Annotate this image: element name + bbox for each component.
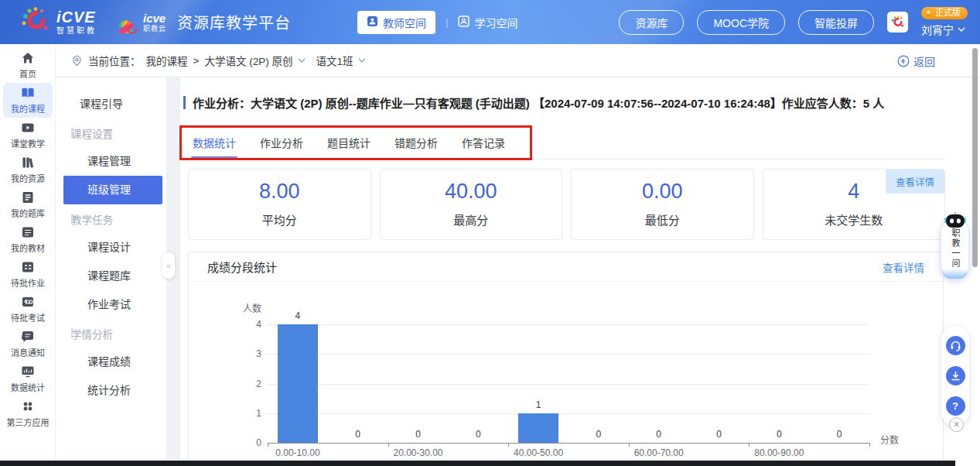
bar-40.00-50.00 <box>518 413 558 443</box>
breadcrumb-root[interactable]: 我的课程 <box>146 53 188 68</box>
bar-value-label: 1 <box>508 399 569 410</box>
customer-service-button[interactable] <box>946 336 965 355</box>
assignment-analysis-title: 作业分析：大学语文 (2P) 原创--题库作业—只有客观题 (手动出题) 【20… <box>193 94 884 111</box>
apps-grid-icon <box>21 399 35 413</box>
bar-value-label: 0 <box>328 429 388 440</box>
gridline <box>268 384 869 385</box>
sidebar-collapse-handle[interactable]: « <box>162 252 175 279</box>
x-axis-tick <box>749 443 750 447</box>
chart-view-details-link[interactable]: 查看详情 <box>883 259 924 275</box>
sidenav-class-management[interactable]: 班级管理 <box>63 176 162 204</box>
y-tick-label: 3 <box>240 348 261 359</box>
icon-rail: 首页 我的课程 课堂教学 我的资源 我的题库 我的教材 待批作业 待批考试 <box>0 44 56 466</box>
page: iCVE 智慧职教 icve 职教云 <box>0 0 980 466</box>
rail-item-classroom-teaching[interactable]: 课堂教学 <box>3 118 53 152</box>
bar-value-label: 0 <box>569 429 629 440</box>
rail-item-my-textbooks[interactable]: 我的教材 <box>3 222 53 257</box>
assistant-wave-decoration <box>942 270 968 279</box>
sidenav-course-management[interactable]: 课程管理 <box>56 147 166 176</box>
student-space-button[interactable]: 学习空间 <box>458 15 517 30</box>
title-accent-bar <box>183 96 186 109</box>
breadcrumb-separator: > <box>193 55 200 67</box>
gridline <box>268 413 869 414</box>
user-name: 刘宵宁 <box>921 22 965 37</box>
y-tick-label: 1 <box>240 408 261 419</box>
video-play-icon <box>21 121 35 135</box>
window-bottom-edge <box>0 461 955 466</box>
rail-item-messages[interactable]: 消息通知 <box>3 327 53 361</box>
rail-item-home[interactable]: 首页 <box>3 48 53 83</box>
version-badge: 正式版 <box>921 7 968 19</box>
breadcrumb-class-select[interactable]: 语文1班 <box>316 53 353 68</box>
not-submitted-count-value: 4 <box>848 181 859 202</box>
back-button[interactable]: 返回 <box>897 44 935 77</box>
app-logo-tile[interactable] <box>887 12 908 33</box>
chevron-down-icon[interactable] <box>298 58 306 63</box>
x-category-label: 60.00-70.00 <box>634 447 684 458</box>
breadcrumb-course-select[interactable]: 大学语文 (2P) 原创 <box>204 53 292 68</box>
rail-item-data-statistics[interactable]: 数据统计 <box>3 361 53 396</box>
sidenav-statistical-analysis[interactable]: 统计分析 <box>56 376 166 405</box>
close-icon: ✕ <box>953 420 960 430</box>
assignment-title-row: 作业分析：大学语文 (2P) 原创--题库作业—只有客观题 (手动出题) 【20… <box>183 94 937 111</box>
sidenav-course-question-bank[interactable]: 课程题库 <box>56 262 166 290</box>
tab-homework-analysis[interactable]: 作业分析 <box>258 125 305 159</box>
course-side-nav: 课程引导 课程设置 课程管理 班级管理 教学任务 课程设计 课程题库 作业考试 … <box>56 77 166 466</box>
download-button[interactable] <box>946 366 965 385</box>
header-actions: 资源库 MOOC学院 智能投屏 正式版 刘宵宁 <box>619 0 968 44</box>
page-scrollbar[interactable] <box>972 48 978 267</box>
score-distribution-card: 成绩分段统计 查看详情 01234人数40.00-10.000020.00-30… <box>188 252 944 466</box>
bar-value-label: 0 <box>448 429 508 440</box>
tab-wrong-answer-analysis[interactable]: 错题分析 <box>393 125 439 159</box>
average-score-value: 8.00 <box>259 181 300 202</box>
books-icon <box>21 156 35 170</box>
y-tick-label: 4 <box>240 319 261 330</box>
close-toolbar-button[interactable]: ✕ <box>949 417 964 432</box>
analysis-tabs: 数据统计 作业分析 题目统计 错题分析 作答记录 <box>180 125 945 159</box>
homework-list-icon <box>21 260 35 274</box>
assistant-label: 职教一问 <box>951 228 959 269</box>
rail-item-my-courses[interactable]: 我的课程 <box>3 83 53 118</box>
floating-toolbar: ? <box>941 326 969 426</box>
y-axis-title: 人数 <box>243 301 261 314</box>
sidenav-course-guide[interactable]: 课程引导 <box>56 90 166 118</box>
rail-item-pending-exams[interactable]: 待批考试 <box>3 292 53 327</box>
sidenav-course-grades[interactable]: 课程成绩 <box>56 348 166 376</box>
top-header: iCVE 智慧职教 icve 职教云 <box>0 0 980 44</box>
mooc-college-button[interactable]: MOOC学院 <box>697 10 785 35</box>
sidenav-course-design[interactable]: 课程设计 <box>56 233 166 262</box>
tab-question-statistics[interactable]: 题目统计 <box>326 125 372 159</box>
rail-item-pending-homework[interactable]: 待批作业 <box>3 257 53 292</box>
x-category-label: 40.00-50.00 <box>514 447 563 458</box>
stat-cards: 8.00 平均分 40.00 最高分 0.00 最低分 查看详情 4 未交学生数 <box>188 169 945 240</box>
help-button[interactable]: ? <box>946 396 965 416</box>
rail-item-my-resources[interactable]: 我的资源 <box>3 152 53 187</box>
logo-secondary-name: icve <box>143 12 166 24</box>
main-content: 作业分析：大学语文 (2P) 原创--题库作业—只有客观题 (手动出题) 【20… <box>180 77 945 466</box>
chart-section-title: 成绩分段统计 <box>207 259 277 275</box>
view-details-button[interactable]: 查看详情 <box>886 170 944 194</box>
student-space-label: 学习空间 <box>474 15 517 30</box>
medal-icon <box>924 9 933 17</box>
logo-primary-sub: 智慧职教 <box>56 27 97 35</box>
rail-item-third-party-apps[interactable]: 第三方应用 <box>3 396 53 431</box>
rail-item-my-question-bank[interactable]: 我的题库 <box>3 187 53 222</box>
teacher-space-button[interactable]: 教师空间 <box>357 11 435 34</box>
headset-icon <box>950 340 961 351</box>
x-axis-tick <box>268 443 268 447</box>
question-bank-icon <box>21 190 35 204</box>
robot-icon <box>944 212 967 229</box>
bar-value-label: 4 <box>268 310 328 321</box>
not-submitted-count-label: 未交学生数 <box>825 211 883 228</box>
user-menu[interactable]: 正式版 刘宵宁 <box>921 7 968 37</box>
tab-answer-records[interactable]: 作答记录 <box>460 125 507 159</box>
tab-data-statistics[interactable]: 数据统计 <box>191 125 237 159</box>
stat-card-lowest: 0.00 最低分 <box>571 169 754 240</box>
sidenav-homework-exams[interactable]: 作业考试 <box>56 290 166 319</box>
resource-library-button[interactable]: 资源库 <box>619 10 684 35</box>
bar-value-label: 0 <box>809 429 869 440</box>
smart-cast-button[interactable]: 智能投屏 <box>798 10 874 35</box>
assistant-widget[interactable]: 职教一问 <box>941 218 969 279</box>
chevron-down-icon[interactable] <box>358 58 366 63</box>
icve-cloud-logo: icve 职教云 <box>114 9 166 36</box>
